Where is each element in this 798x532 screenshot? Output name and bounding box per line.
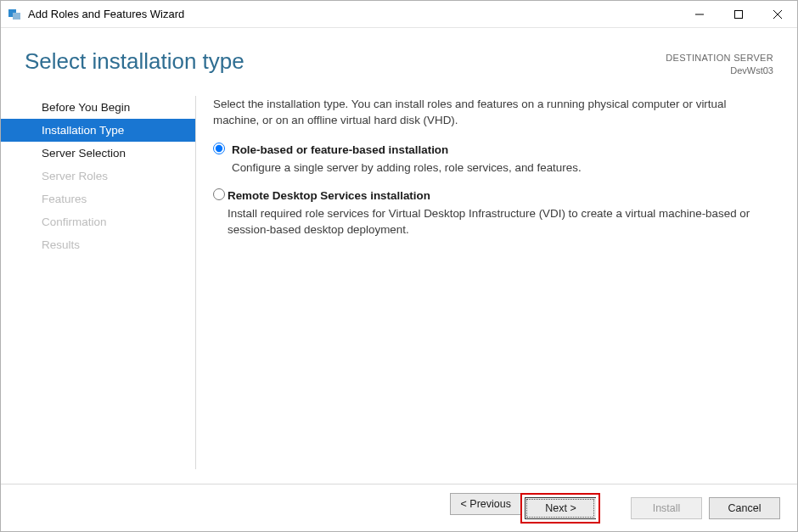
step-installation-type[interactable]: Installation Type [1,119,195,142]
option-role-based[interactable]: Role-based or feature-based installation… [213,142,773,176]
intro-text: Select the installation type. You can in… [213,96,773,128]
cancel-button[interactable]: Cancel [709,497,780,519]
option-rds-desc: Install required role services for Virtu… [228,205,773,238]
step-before-you-begin[interactable]: Before You Begin [1,96,195,119]
next-button-highlight: Next > [520,493,600,524]
next-button[interactable]: Next > [525,497,596,519]
step-server-selection[interactable]: Server Selection [1,142,195,165]
option-rds-title: Remote Desktop Services installation [228,188,773,204]
window-title: Add Roles and Features Wizard [28,8,680,20]
destination-label: DESTINATION SERVER [666,52,773,64]
step-server-roles: Server Roles [1,165,195,188]
page-title: Select installation type [25,48,666,75]
titlebar: Add Roles and Features Wizard [1,1,797,28]
option-rds[interactable]: Remote Desktop Services installation Ins… [213,188,773,238]
option-role-based-title: Role-based or feature-based installation [232,142,582,158]
wizard-footer: < Previous Next > Install Cancel [1,484,797,531]
content-area: Select the installation type. You can in… [196,96,773,484]
page-header: Select installation type DESTINATION SER… [1,28,797,84]
destination-server: DevWst03 [666,64,773,77]
app-icon [8,8,21,21]
step-results: Results [1,233,195,256]
step-confirmation: Confirmation [1,210,195,233]
svg-rect-1 [13,13,20,20]
close-button[interactable] [758,1,797,27]
previous-button[interactable]: < Previous [450,493,521,515]
maximize-button[interactable] [719,1,758,27]
radio-role-based[interactable] [213,143,225,154]
svg-rect-3 [735,10,743,18]
radio-rds[interactable] [213,188,225,200]
minimize-button[interactable] [680,1,719,27]
step-features: Features [1,188,195,210]
destination-block: DESTINATION SERVER DevWst03 [666,48,773,77]
option-role-based-desc: Configure a single server by adding role… [232,160,582,176]
wizard-steps-sidebar: Before You Begin Installation Type Serve… [1,96,196,469]
install-button: Install [631,497,702,519]
